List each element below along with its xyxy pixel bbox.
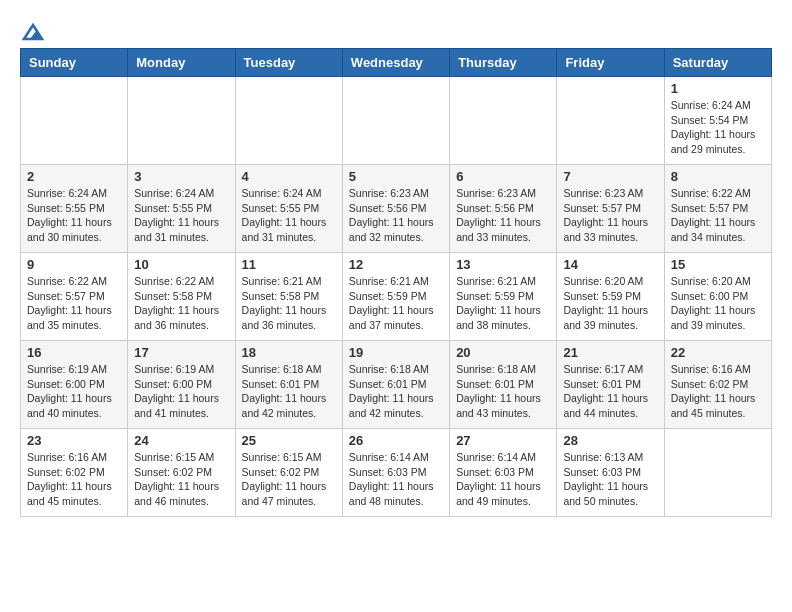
calendar-cell: 4Sunrise: 6:24 AM Sunset: 5:55 PM Daylig…	[235, 165, 342, 253]
calendar-cell: 10Sunrise: 6:22 AM Sunset: 5:58 PM Dayli…	[128, 253, 235, 341]
day-number: 19	[349, 345, 443, 360]
calendar-week-row: 9Sunrise: 6:22 AM Sunset: 5:57 PM Daylig…	[21, 253, 772, 341]
day-info: Sunrise: 6:13 AM Sunset: 6:03 PM Dayligh…	[563, 450, 657, 509]
weekday-header-sunday: Sunday	[21, 49, 128, 77]
calendar-cell: 17Sunrise: 6:19 AM Sunset: 6:00 PM Dayli…	[128, 341, 235, 429]
logo-icon	[22, 23, 44, 41]
day-info: Sunrise: 6:23 AM Sunset: 5:56 PM Dayligh…	[349, 186, 443, 245]
day-info: Sunrise: 6:15 AM Sunset: 6:02 PM Dayligh…	[242, 450, 336, 509]
calendar-cell: 1Sunrise: 6:24 AM Sunset: 5:54 PM Daylig…	[664, 77, 771, 165]
weekday-header-wednesday: Wednesday	[342, 49, 449, 77]
day-number: 20	[456, 345, 550, 360]
day-info: Sunrise: 6:18 AM Sunset: 6:01 PM Dayligh…	[242, 362, 336, 421]
weekday-header-row: SundayMondayTuesdayWednesdayThursdayFrid…	[21, 49, 772, 77]
day-info: Sunrise: 6:23 AM Sunset: 5:57 PM Dayligh…	[563, 186, 657, 245]
calendar-cell	[664, 429, 771, 517]
day-number: 12	[349, 257, 443, 272]
day-number: 13	[456, 257, 550, 272]
day-info: Sunrise: 6:21 AM Sunset: 5:58 PM Dayligh…	[242, 274, 336, 333]
day-number: 2	[27, 169, 121, 184]
weekday-header-tuesday: Tuesday	[235, 49, 342, 77]
day-info: Sunrise: 6:14 AM Sunset: 6:03 PM Dayligh…	[349, 450, 443, 509]
calendar-cell: 15Sunrise: 6:20 AM Sunset: 6:00 PM Dayli…	[664, 253, 771, 341]
day-info: Sunrise: 6:22 AM Sunset: 5:58 PM Dayligh…	[134, 274, 228, 333]
day-number: 7	[563, 169, 657, 184]
day-info: Sunrise: 6:23 AM Sunset: 5:56 PM Dayligh…	[456, 186, 550, 245]
calendar-cell: 13Sunrise: 6:21 AM Sunset: 5:59 PM Dayli…	[450, 253, 557, 341]
day-number: 6	[456, 169, 550, 184]
day-number: 15	[671, 257, 765, 272]
weekday-header-friday: Friday	[557, 49, 664, 77]
day-info: Sunrise: 6:24 AM Sunset: 5:54 PM Dayligh…	[671, 98, 765, 157]
calendar-cell: 9Sunrise: 6:22 AM Sunset: 5:57 PM Daylig…	[21, 253, 128, 341]
calendar-cell: 23Sunrise: 6:16 AM Sunset: 6:02 PM Dayli…	[21, 429, 128, 517]
day-number: 21	[563, 345, 657, 360]
calendar-week-row: 1Sunrise: 6:24 AM Sunset: 5:54 PM Daylig…	[21, 77, 772, 165]
day-info: Sunrise: 6:18 AM Sunset: 6:01 PM Dayligh…	[456, 362, 550, 421]
calendar-cell: 6Sunrise: 6:23 AM Sunset: 5:56 PM Daylig…	[450, 165, 557, 253]
calendar-cell: 28Sunrise: 6:13 AM Sunset: 6:03 PM Dayli…	[557, 429, 664, 517]
calendar-cell: 27Sunrise: 6:14 AM Sunset: 6:03 PM Dayli…	[450, 429, 557, 517]
day-info: Sunrise: 6:16 AM Sunset: 6:02 PM Dayligh…	[671, 362, 765, 421]
day-number: 17	[134, 345, 228, 360]
day-number: 27	[456, 433, 550, 448]
day-number: 14	[563, 257, 657, 272]
day-info: Sunrise: 6:17 AM Sunset: 6:01 PM Dayligh…	[563, 362, 657, 421]
day-number: 25	[242, 433, 336, 448]
weekday-header-monday: Monday	[128, 49, 235, 77]
page-header	[20, 20, 772, 38]
day-info: Sunrise: 6:24 AM Sunset: 5:55 PM Dayligh…	[27, 186, 121, 245]
calendar-cell: 2Sunrise: 6:24 AM Sunset: 5:55 PM Daylig…	[21, 165, 128, 253]
calendar-cell: 22Sunrise: 6:16 AM Sunset: 6:02 PM Dayli…	[664, 341, 771, 429]
calendar-table: SundayMondayTuesdayWednesdayThursdayFrid…	[20, 48, 772, 517]
calendar-cell	[450, 77, 557, 165]
calendar-cell: 7Sunrise: 6:23 AM Sunset: 5:57 PM Daylig…	[557, 165, 664, 253]
day-info: Sunrise: 6:19 AM Sunset: 6:00 PM Dayligh…	[134, 362, 228, 421]
day-info: Sunrise: 6:24 AM Sunset: 5:55 PM Dayligh…	[134, 186, 228, 245]
calendar-cell	[342, 77, 449, 165]
logo-text	[20, 20, 44, 42]
calendar-cell	[21, 77, 128, 165]
calendar-cell: 26Sunrise: 6:14 AM Sunset: 6:03 PM Dayli…	[342, 429, 449, 517]
day-info: Sunrise: 6:15 AM Sunset: 6:02 PM Dayligh…	[134, 450, 228, 509]
day-number: 3	[134, 169, 228, 184]
calendar-cell	[235, 77, 342, 165]
calendar-cell: 25Sunrise: 6:15 AM Sunset: 6:02 PM Dayli…	[235, 429, 342, 517]
day-info: Sunrise: 6:14 AM Sunset: 6:03 PM Dayligh…	[456, 450, 550, 509]
day-info: Sunrise: 6:19 AM Sunset: 6:00 PM Dayligh…	[27, 362, 121, 421]
calendar-week-row: 23Sunrise: 6:16 AM Sunset: 6:02 PM Dayli…	[21, 429, 772, 517]
day-info: Sunrise: 6:24 AM Sunset: 5:55 PM Dayligh…	[242, 186, 336, 245]
logo	[20, 20, 44, 38]
day-number: 24	[134, 433, 228, 448]
day-info: Sunrise: 6:22 AM Sunset: 5:57 PM Dayligh…	[671, 186, 765, 245]
day-number: 26	[349, 433, 443, 448]
calendar-cell: 8Sunrise: 6:22 AM Sunset: 5:57 PM Daylig…	[664, 165, 771, 253]
day-number: 11	[242, 257, 336, 272]
day-number: 1	[671, 81, 765, 96]
day-number: 9	[27, 257, 121, 272]
calendar-cell: 5Sunrise: 6:23 AM Sunset: 5:56 PM Daylig…	[342, 165, 449, 253]
day-number: 10	[134, 257, 228, 272]
calendar-cell: 16Sunrise: 6:19 AM Sunset: 6:00 PM Dayli…	[21, 341, 128, 429]
day-info: Sunrise: 6:20 AM Sunset: 6:00 PM Dayligh…	[671, 274, 765, 333]
weekday-header-saturday: Saturday	[664, 49, 771, 77]
calendar-cell: 12Sunrise: 6:21 AM Sunset: 5:59 PM Dayli…	[342, 253, 449, 341]
day-number: 28	[563, 433, 657, 448]
calendar-cell: 3Sunrise: 6:24 AM Sunset: 5:55 PM Daylig…	[128, 165, 235, 253]
day-number: 16	[27, 345, 121, 360]
day-number: 5	[349, 169, 443, 184]
day-info: Sunrise: 6:22 AM Sunset: 5:57 PM Dayligh…	[27, 274, 121, 333]
calendar-cell: 21Sunrise: 6:17 AM Sunset: 6:01 PM Dayli…	[557, 341, 664, 429]
day-number: 8	[671, 169, 765, 184]
day-number: 18	[242, 345, 336, 360]
calendar-week-row: 2Sunrise: 6:24 AM Sunset: 5:55 PM Daylig…	[21, 165, 772, 253]
calendar-cell	[557, 77, 664, 165]
weekday-header-thursday: Thursday	[450, 49, 557, 77]
day-info: Sunrise: 6:18 AM Sunset: 6:01 PM Dayligh…	[349, 362, 443, 421]
calendar-cell: 24Sunrise: 6:15 AM Sunset: 6:02 PM Dayli…	[128, 429, 235, 517]
day-number: 4	[242, 169, 336, 184]
calendar-cell: 11Sunrise: 6:21 AM Sunset: 5:58 PM Dayli…	[235, 253, 342, 341]
calendar-cell: 20Sunrise: 6:18 AM Sunset: 6:01 PM Dayli…	[450, 341, 557, 429]
day-info: Sunrise: 6:21 AM Sunset: 5:59 PM Dayligh…	[349, 274, 443, 333]
day-info: Sunrise: 6:20 AM Sunset: 5:59 PM Dayligh…	[563, 274, 657, 333]
